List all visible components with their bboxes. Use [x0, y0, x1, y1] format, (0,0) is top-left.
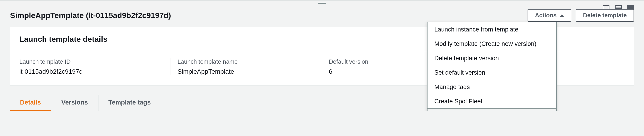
actions-button[interactable]: Actions — [528, 9, 571, 22]
field-launch-template-name: Launch template name SimpleAppTemplate — [171, 58, 322, 75]
menu-create-spot-fleet[interactable]: Create Spot Fleet — [428, 94, 556, 109]
actions-dropdown: Launch instance from template Modify tem… — [427, 22, 557, 111]
menu-create-auto-scaling-group[interactable]: Create Auto Scaling group — [427, 108, 557, 111]
page-title: SimpleAppTemplate (lt-0115ad9b2f2c9197d) — [10, 11, 171, 20]
menu-set-default-version[interactable]: Set default version — [428, 65, 556, 80]
header-row: SimpleAppTemplate (lt-0115ad9b2f2c9197d)… — [0, 6, 644, 27]
field-label: Launch template ID — [19, 58, 164, 65]
menu-delete-version[interactable]: Delete template version — [428, 51, 556, 65]
tab-versions[interactable]: Versions — [52, 95, 98, 111]
menu-modify-template[interactable]: Modify template (Create new version) — [428, 37, 556, 51]
menu-manage-tags[interactable]: Manage tags — [428, 80, 556, 94]
menu-launch-instance[interactable]: Launch instance from template — [428, 22, 556, 37]
caret-up-icon — [560, 14, 564, 17]
header-buttons: Actions Delete template Launch instance … — [528, 9, 634, 22]
field-value: lt-0115ad9b2f2c9197d — [19, 68, 164, 75]
actions-button-label: Actions — [535, 12, 556, 19]
panel-drag-handle[interactable] — [0, 0, 644, 6]
field-label: Launch template name — [178, 58, 315, 65]
drag-lines-icon — [318, 2, 326, 4]
field-value: SimpleAppTemplate — [178, 68, 315, 75]
tab-template-tags[interactable]: Template tags — [98, 95, 161, 111]
delete-template-label: Delete template — [583, 12, 627, 19]
delete-template-button[interactable]: Delete template — [576, 9, 634, 22]
field-launch-template-id: Launch template ID lt-0115ad9b2f2c9197d — [19, 58, 171, 75]
tab-details[interactable]: Details — [10, 95, 52, 111]
